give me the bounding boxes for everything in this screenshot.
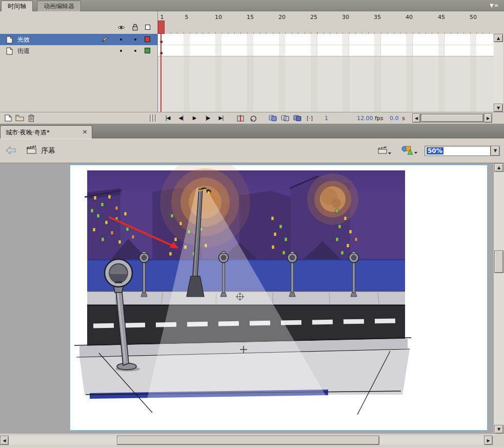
step-forward-button[interactable]: |▶	[201, 113, 214, 123]
onion-skin-outlines-icon	[281, 114, 290, 122]
ruler-label: 30	[342, 14, 349, 21]
ruler-label: 25	[310, 14, 317, 21]
layer-outline-color-swatch[interactable]	[145, 36, 150, 42]
ruler-label: 40	[406, 14, 413, 21]
zoom-dropdown-button[interactable]: ▼	[491, 146, 500, 156]
stage-scroll-right-button[interactable]: ▶	[484, 436, 493, 445]
layer-outline-color-swatch[interactable]	[145, 48, 150, 53]
ruler-label: 1	[160, 14, 164, 21]
ruler-label: 45	[438, 14, 445, 21]
layer-lock-dot[interactable]	[134, 50, 136, 52]
edit-bar: 序幕 50% ▼	[0, 139, 504, 163]
back-button[interactable]	[5, 146, 16, 155]
panel-resize-grip[interactable]	[152, 114, 153, 122]
edit-symbols-icon	[401, 145, 418, 156]
center-frame-icon	[237, 114, 244, 122]
stage-canvas[interactable]	[70, 165, 487, 430]
layer-page-icon	[6, 36, 13, 44]
timeline-panel-tabbar: 时间轴 动画编辑器 ▼≡	[0, 0, 504, 11]
onion-skin-icon	[269, 114, 277, 122]
elapsed-time-unit-label: s	[402, 115, 405, 122]
stage-pasteboard[interactable]	[0, 163, 494, 434]
lock-all-layers-icon[interactable]	[132, 24, 138, 31]
folder-icon	[15, 114, 24, 122]
stage-horizontal-scrollbar[interactable]: ◀ ▶	[0, 436, 493, 445]
new-folder-button[interactable]	[15, 114, 24, 122]
stage-scroll-up-button[interactable]: ▲	[494, 163, 503, 172]
document-tab[interactable]: 城市·夜晚·奇遇* ×	[0, 125, 92, 139]
lamp-bulb	[208, 191, 210, 194]
ruler-label: 35	[374, 14, 381, 21]
layer-visibility-dot[interactable]	[120, 38, 122, 41]
clapperboard-icon	[27, 145, 37, 154]
ruler-label: 5	[185, 14, 189, 21]
zoom-value: 50%	[427, 147, 443, 154]
playhead-marker[interactable]	[158, 21, 165, 34]
layer-visibility-dot[interactable]	[120, 50, 122, 52]
outline-all-layers-icon[interactable]	[145, 25, 150, 30]
current-frame-indicator[interactable]: 1	[325, 115, 328, 122]
timeline-scroll-down-button[interactable]: ▼	[494, 104, 503, 112]
layer-row-guangxiao[interactable]: 光效	[0, 34, 157, 45]
tab-timeline[interactable]: 时间轴	[1, 1, 33, 11]
stage-hscroll-thumb[interactable]	[117, 436, 379, 445]
panel-resize-grip[interactable]	[155, 114, 156, 122]
edit-scene-icon	[378, 145, 392, 156]
onion-skin-outlines-button[interactable]	[281, 114, 290, 122]
tab-motion-editor[interactable]: 动画编辑器	[37, 1, 81, 11]
frame-rate-indicator[interactable]: 12.00	[357, 115, 373, 122]
row-divider	[158, 45, 494, 45]
timeline-hscroll-left-button[interactable]: ◀	[412, 113, 420, 123]
new-layer-button[interactable]	[4, 114, 12, 122]
new-layer-icon	[4, 114, 12, 122]
stage-vertical-scrollbar[interactable]: ▲ ▼	[494, 163, 504, 434]
edit-multiple-frames-icon	[293, 114, 302, 122]
layer-name: 光效	[17, 35, 30, 44]
layer-name: 街道	[17, 47, 30, 55]
layer-page-icon	[6, 47, 13, 55]
layer-lock-dot[interactable]	[134, 38, 136, 41]
playhead-line	[160, 34, 162, 112]
close-document-icon[interactable]: ×	[82, 128, 88, 135]
frame-rate-unit-label: fps	[375, 115, 384, 122]
modify-onion-markers-button[interactable]: [·]	[307, 115, 313, 122]
loop-icon	[249, 114, 257, 122]
frames-grid[interactable]	[158, 34, 494, 112]
timeline-scroll-up-button[interactable]: ▲	[494, 34, 503, 42]
edit-scene-button[interactable]	[378, 145, 392, 156]
delete-layer-button[interactable]	[28, 114, 35, 122]
show-hide-all-layers-icon[interactable]	[117, 25, 125, 30]
go-to-first-frame-button[interactable]: |◀	[161, 113, 174, 123]
scene-name-label: 序幕	[41, 146, 55, 156]
layer-row-jiedao[interactable]: 街道	[0, 45, 157, 56]
elapsed-time-indicator[interactable]: 0.0	[390, 115, 399, 122]
panel-resize-grip[interactable]	[150, 114, 151, 122]
trash-icon	[28, 114, 35, 122]
tab-timeline-label: 时间轴	[8, 3, 26, 10]
stage-artwork	[70, 165, 487, 430]
loop-button[interactable]	[249, 114, 257, 122]
eye-icon	[117, 25, 125, 30]
panel-options-menu-icon[interactable]: ▼≡	[488, 2, 501, 10]
zoom-combobox[interactable]: 50% ▼	[425, 146, 500, 156]
zoom-input[interactable]: 50%	[425, 146, 491, 156]
center-frame-button[interactable]	[237, 114, 244, 122]
scrollbar-corner	[493, 434, 504, 447]
ruler-label: 15	[247, 14, 254, 21]
stage-scroll-left-button[interactable]: ◀	[0, 436, 9, 445]
edit-multiple-frames-button[interactable]	[293, 114, 302, 122]
stage-vscroll-thumb[interactable]	[494, 250, 503, 273]
tab-motion-editor-label: 动画编辑器	[44, 3, 74, 10]
go-to-last-frame-button[interactable]: ▶|	[214, 113, 228, 123]
ruler-label: 50	[470, 14, 477, 21]
timeline-hscroll-track[interactable]	[420, 113, 484, 123]
stage-scroll-down-button[interactable]: ▼	[494, 425, 503, 434]
play-button[interactable]: ▶	[188, 113, 201, 123]
timeline-hscroll-right-button[interactable]: ▶	[484, 113, 492, 123]
step-back-button[interactable]: ◀|	[174, 113, 188, 123]
timeline-hscroll-thumb[interactable]	[421, 114, 483, 122]
back-arrow-icon	[5, 146, 16, 155]
timeline-vertical-scrollbar[interactable]: ▲ ▼	[494, 34, 503, 112]
onion-skin-button[interactable]	[269, 114, 277, 122]
edit-symbols-button[interactable]	[401, 145, 418, 156]
